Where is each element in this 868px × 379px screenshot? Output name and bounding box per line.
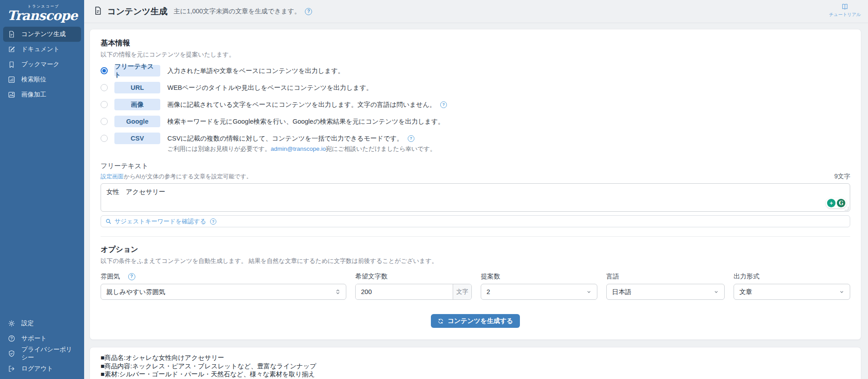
help-icon[interactable]: ?: [305, 8, 312, 15]
field-language: 言語 日本語: [606, 272, 725, 300]
field-char-target: 希望文字数 文字: [355, 272, 472, 300]
mode-badge[interactable]: URL: [114, 82, 160, 93]
freetext-hint-rest: からAIが文体の参考にする文章を設定可能です。: [124, 173, 252, 180]
freetext-heading: フリーテキスト: [101, 162, 850, 170]
sidebar-item-settings[interactable]: 設定: [3, 316, 81, 331]
assistant-plus-icon[interactable]: +: [827, 199, 836, 207]
freetext-area-wrap: 女性 アクセサリー + G: [101, 183, 850, 212]
output-format-select[interactable]: 文章: [734, 284, 850, 300]
generation-form-card: 基本情報 以下の情報を元にコンテンツを提案いたします。 フリーテキスト 入力され…: [89, 29, 861, 340]
output-line: ■素材:シルバー・ゴールド・パール・天然石など、様々な素材を取り揃え: [101, 370, 850, 379]
search-icon: [105, 218, 111, 224]
tutorial-label: チュートリアル: [829, 12, 861, 18]
page-header: コンテンツ生成 主に1,000文字未満の文章を生成できます。 ? チュートリアル: [84, 0, 868, 23]
sidebar-nav-bottom: 設定 サポート プライバシーポリシー ログアウト: [0, 316, 84, 376]
mode-row-url: URL WEBページのタイトルや見出しをベースにコンテンツを出力します。: [101, 82, 850, 93]
options-fields: 雰囲気 ? 親しみやすい雰囲気 希望文字数 文字: [101, 272, 850, 300]
page-subtitle: 主に1,000文字未満の文章を生成できます。: [174, 7, 300, 16]
output-format-label: 出力形式: [734, 272, 850, 281]
help-icon[interactable]: ?: [408, 135, 414, 142]
radio-freetext[interactable]: [101, 67, 108, 74]
mode-description: 検索キーワードを元にGoogle検索を行い、Googleの検索結果を元にコンテン…: [167, 117, 444, 126]
char-target-group: 文字: [355, 284, 472, 300]
up-down-chevron-icon: [335, 289, 341, 295]
main-area: コンテンツ生成 主に1,000文字未満の文章を生成できます。 ? チュートリアル…: [84, 0, 868, 379]
radio-url[interactable]: [101, 84, 108, 91]
generate-content-label: コンテンツを生成する: [447, 317, 513, 325]
mode-row-image: 画像 画像に記載されている文字をベースにコンテンツを出力します。文字の言語は問い…: [101, 99, 850, 110]
sidebar-item-image-editing[interactable]: 画像加工: [3, 87, 81, 102]
freetext-input[interactable]: 女性 アクセサリー: [101, 183, 850, 212]
language-select[interactable]: 日本語: [606, 284, 725, 300]
image-icon: [7, 91, 16, 99]
mode-badge[interactable]: Google: [114, 116, 160, 127]
language-label: 言語: [606, 272, 725, 281]
mode-badge[interactable]: CSV: [114, 133, 160, 144]
basic-info-description: 以下の情報を元にコンテンツを提案いたします。: [101, 51, 850, 59]
proposal-count-select[interactable]: 2: [481, 284, 597, 300]
help-icon[interactable]: ?: [210, 218, 216, 225]
sidebar-item-label: ブックマーク: [21, 60, 60, 69]
radio-google[interactable]: [101, 118, 108, 125]
mode-description: 入力された単語や文章をベースにコンテンツを出力します。: [167, 67, 344, 75]
sidebar-item-privacy-policy[interactable]: プライバシーポリシー: [3, 346, 81, 361]
mode-description: CSVに記載の複数の情報に対して、コンテンツを一括で出力できるモードです。: [167, 134, 403, 143]
chevron-down-icon: [586, 289, 592, 295]
sidebar-item-logout[interactable]: ログアウト: [3, 361, 81, 376]
sidebar-item-support[interactable]: サポート: [3, 331, 81, 346]
brand-logo-text: Transcope: [7, 9, 84, 22]
sidebar-item-content-generation[interactable]: コンテンツ生成: [3, 27, 81, 42]
field-mood: 雰囲気 ? 親しみやすい雰囲気: [101, 272, 346, 300]
sidebar-item-label: 検索順位: [21, 76, 46, 84]
tutorial-link[interactable]: チュートリアル: [829, 3, 861, 18]
mode-radio-group: フリーテキスト 入力された単語や文章をベースにコンテンツを出力します。 URL …: [101, 65, 850, 153]
content-area: 基本情報 以下の情報を元にコンテンツを提案いたします。 フリーテキスト 入力され…: [84, 23, 868, 379]
csv-contact-email-link[interactable]: admin@transcope.io: [271, 145, 326, 152]
book-icon: [840, 3, 849, 11]
sidebar-item-bookmarks[interactable]: ブックマーク: [3, 57, 81, 72]
mode-description: WEBページのタイトルや見出しをベースにコンテンツを出力します。: [167, 84, 373, 92]
csv-note-pre: ご利用には別途お見積りが必要です。: [167, 145, 271, 152]
chevron-down-icon: [714, 289, 719, 295]
sidebar-item-label: サポート: [21, 335, 47, 343]
edit-icon: [7, 45, 16, 54]
browser-extension-widget: + G: [826, 198, 847, 208]
options-description: 以下の条件をふまえてコンテンツを自動生成します。 結果を自然な文章にするために文…: [101, 257, 850, 265]
grammarly-g-icon[interactable]: G: [837, 199, 845, 207]
mode-badge[interactable]: フリーテキスト: [114, 65, 160, 77]
mood-select[interactable]: 親しみやすい雰囲気: [101, 284, 346, 300]
sidebar-item-label: ログアウト: [21, 365, 53, 373]
csv-note-post: 宛にご相談いただけましたら幸いです。: [326, 145, 436, 152]
sidebar-item-documents[interactable]: ドキュメント: [3, 42, 81, 57]
suggest-keywords-label: サジェストキーワードを確認する: [114, 218, 206, 226]
sidebar-item-search-rank[interactable]: 検索順位: [3, 72, 81, 87]
char-count: 9文字: [834, 173, 850, 181]
refresh-icon: [438, 318, 444, 324]
mode-row-freetext: フリーテキスト 入力された単語や文章をベースにコンテンツを出力します。: [101, 65, 850, 77]
suggest-keywords-button[interactable]: サジェストキーワードを確認する ?: [101, 215, 850, 227]
sidebar-item-label: プライバシーポリシー: [21, 346, 77, 362]
help-circle-icon: [7, 335, 16, 343]
sidebar-item-label: 画像加工: [21, 91, 46, 99]
char-target-input[interactable]: [356, 284, 453, 299]
sidebar: トランスコープ Transcope コンテンツ生成 ドキュメント ブックマ: [0, 0, 84, 379]
radio-csv[interactable]: [101, 135, 108, 142]
output-line: ■商品名:オシャレな女性向けアクセサリー: [101, 354, 850, 362]
basic-info-heading: 基本情報: [101, 38, 850, 48]
generate-content-button[interactable]: コンテンツを生成する: [431, 314, 520, 328]
help-icon[interactable]: ?: [440, 101, 447, 108]
brand-logo[interactable]: トランスコープ Transcope: [0, 0, 84, 27]
mode-row-csv: CSV CSVに記載の複数の情報に対して、コンテンツを一括で出力できるモードです…: [101, 133, 850, 144]
options-heading: オプション: [101, 245, 850, 254]
help-icon[interactable]: ?: [128, 273, 135, 280]
char-target-suffix: 文字: [453, 284, 471, 299]
radio-image[interactable]: [101, 101, 108, 108]
generate-button-row: コンテンツを生成する: [101, 314, 850, 328]
settings-screen-link[interactable]: 設定画面: [101, 173, 124, 180]
mode-badge[interactable]: 画像: [114, 99, 160, 110]
freetext-sub-row: 設定画面からAIが文体の参考にする文章を設定可能です。 9文字: [101, 173, 850, 181]
sidebar-nav: コンテンツ生成 ドキュメント ブックマーク 検索順位: [0, 27, 84, 102]
document-icon: [7, 30, 16, 39]
app-root: トランスコープ Transcope コンテンツ生成 ドキュメント ブックマ: [0, 0, 868, 379]
document-icon: [93, 6, 103, 17]
